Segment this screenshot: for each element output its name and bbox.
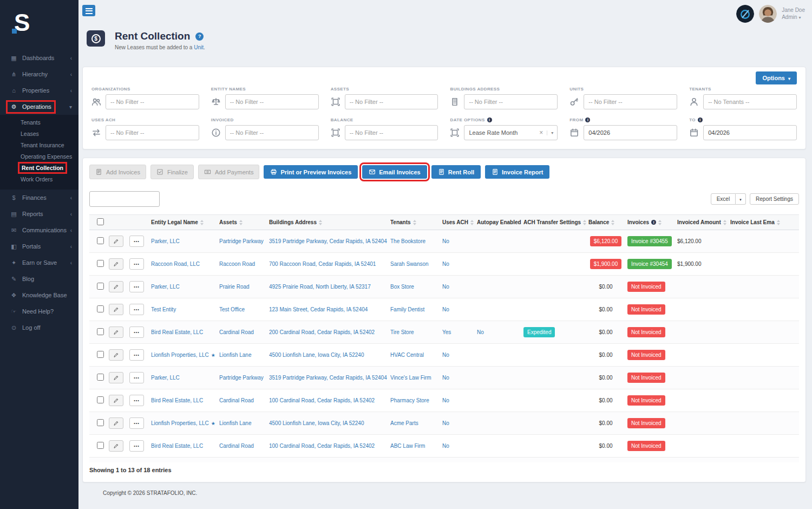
sidebar-item-operating-expenses[interactable]: Operating Expenses [0, 151, 78, 162]
invoice-report-button[interactable]: Invoice Report [485, 165, 549, 179]
tenant-link[interactable]: Vince's Law Firm [390, 375, 431, 381]
address-link[interactable]: 4500 Lionfish Lane, Iowa City, IA 52240 [269, 352, 364, 358]
date-options-select[interactable]: Lease Rate Month×▾ [464, 125, 558, 140]
help-icon[interactable] [195, 32, 204, 41]
report-settings-button[interactable]: Report Settings [750, 193, 799, 205]
asset-link[interactable]: Test Office [219, 306, 245, 312]
asset-link[interactable]: Partridge Parkway [219, 375, 264, 381]
sidebar-item-knowledge-base[interactable]: ❖Knowledge Base [0, 287, 78, 303]
tenant-link[interactable]: ABC Law Firm [390, 443, 425, 449]
address-link[interactable]: 100 Cardinal Road, Cedar Rapids, IA 5240… [269, 443, 375, 449]
sidebar-item-communications[interactable]: ✉Communications‹ [0, 222, 78, 238]
edit-row-button[interactable] [109, 395, 123, 406]
row-checkbox[interactable] [97, 419, 104, 426]
tenant-link[interactable]: Sarah Swanson [390, 261, 429, 267]
edit-row-button[interactable] [109, 236, 123, 247]
row-checkbox[interactable] [97, 442, 104, 449]
row-checkbox[interactable] [97, 328, 104, 335]
edit-row-button[interactable] [109, 349, 123, 361]
column-header-ach-transfer-settings[interactable]: ACH Transfer Settings [523, 215, 588, 230]
row-checkbox[interactable] [97, 351, 104, 358]
row-checkbox[interactable] [97, 374, 104, 381]
column-header-balance[interactable]: Balance [588, 215, 627, 230]
chevron-down-icon[interactable]: ▾ [547, 130, 553, 135]
row-actions-button[interactable]: ••• [129, 417, 144, 429]
column-header-uses-ach[interactable]: Uses ACH [442, 215, 477, 230]
balance-input[interactable] [345, 125, 438, 140]
sidebar-item-reports[interactable]: ▤Reports‹ [0, 206, 78, 222]
row-actions-button[interactable]: ••• [129, 440, 144, 452]
address-link[interactable]: 200 Cardinal Road, Cedar Rapids, IA 5240… [269, 329, 375, 335]
address-link[interactable]: 4500 Lionfish Lane, Iowa City, IA 52240 [269, 420, 364, 426]
organizations-input[interactable] [106, 94, 199, 109]
column-header-autopay-enabled[interactable]: Autopay Enabled [477, 215, 523, 230]
row-checkbox[interactable] [97, 396, 104, 403]
sidebar-item-need-help[interactable]: ☞Need Help? [0, 303, 78, 319]
sidebar-item-dashboards[interactable]: ▦Dashboards‹ [0, 50, 78, 66]
add-payments-button[interactable]: Add Payments [198, 165, 260, 179]
sidebar-item-finances[interactable]: $Finances‹ [0, 190, 78, 206]
entity-link[interactable]: Bird Real Estate, LLC [151, 443, 203, 449]
table-scroll-area[interactable]: Entity Legal NameAssetsBuildings Address… [89, 214, 799, 462]
edit-row-button[interactable] [109, 440, 123, 452]
row-checkbox[interactable] [97, 260, 104, 267]
sidebar-item-tenant-insurance[interactable]: Tenant Insurance [0, 140, 78, 151]
from-input[interactable] [584, 125, 677, 140]
asset-link[interactable]: Cardinal Road [219, 397, 254, 403]
column-header-buildings-address[interactable]: Buildings Address [269, 215, 390, 230]
column-header-assets[interactable]: Assets [219, 215, 269, 230]
tenant-link[interactable]: Tire Store [390, 329, 414, 335]
assets-input[interactable] [345, 94, 438, 109]
sidebar-item-rent-collection[interactable]: Rent Collection [0, 162, 78, 174]
row-actions-button[interactable]: ••• [129, 395, 144, 406]
row-actions-button[interactable]: ••• [129, 258, 144, 270]
units-input[interactable] [584, 94, 677, 109]
email-invoices-button[interactable]: Email Invoices [362, 165, 427, 179]
tenant-link[interactable]: The Bookstore [390, 238, 425, 244]
entity-link[interactable]: Test Entity [151, 306, 176, 312]
address-link[interactable]: 4925 Prairie Road, North Liberty, IA 523… [269, 284, 371, 290]
row-checkbox[interactable] [97, 237, 104, 244]
print-or-preview-invoices-button[interactable]: Print or Preview Invoices [264, 165, 358, 179]
column-header-invoice-last-ema[interactable]: Invoice Last Ema [730, 215, 799, 230]
add-invoices-button[interactable]: Add Invoices [89, 165, 146, 179]
buildings-address-input[interactable] [464, 94, 558, 109]
excel-dropdown-button[interactable] [736, 193, 746, 205]
address-link[interactable]: 123 Main Street, Cedar Rapids, IA 52404 [269, 306, 368, 312]
entity-link[interactable]: Bird Real Estate, LLC [151, 397, 203, 403]
entity-link[interactable]: Parker, LLC [151, 375, 180, 381]
edit-row-button[interactable] [109, 327, 123, 338]
address-link[interactable]: 700 Raccoon Road, Cedar Rapids, IA 52401 [269, 261, 376, 267]
sidebar-item-properties[interactable]: ⌂Properties‹ [0, 82, 78, 99]
sidebar-item-operations[interactable]: ⚙Operations▾ [0, 99, 78, 115]
uses-ach-input[interactable] [106, 125, 199, 140]
edit-row-button[interactable] [109, 417, 123, 429]
invoice-badge[interactable]: Invoice #30454 [627, 259, 672, 269]
sidebar-item-earn-or-save[interactable]: ✦Earn or Save‹ [0, 255, 78, 271]
column-header-entity-legal-name[interactable]: Entity Legal Name [151, 215, 219, 230]
sidebar-item-work-orders[interactable]: Work Orders [0, 174, 78, 185]
asset-link[interactable]: Raccoon Road [219, 261, 255, 267]
sidebar-item-hierarchy[interactable]: ⋔Hierarchy‹ [0, 66, 78, 82]
address-link[interactable]: 3519 Partridge Parkway, Cedar Rapids, IA… [269, 375, 387, 381]
invoiced-input[interactable] [225, 125, 319, 140]
column-header-invoiced-amount[interactable]: Invoiced Amount [677, 215, 730, 230]
tenant-link[interactable]: HVAC Central [390, 352, 424, 358]
stratafolio-logo[interactable]: S [0, 0, 78, 42]
options-button[interactable]: Options [756, 71, 797, 84]
entity-link[interactable]: Raccoon Road, LLC [151, 261, 200, 267]
entity-link[interactable]: Lionfish Properties, LLC [151, 420, 209, 426]
quickbooks-sync-icon[interactable] [736, 5, 754, 23]
row-checkbox[interactable] [97, 305, 104, 312]
table-search-input[interactable] [89, 191, 160, 207]
tenant-link[interactable]: Box Store [390, 284, 414, 290]
unit-link[interactable]: Unit [194, 44, 204, 50]
user-menu[interactable]: Jane Doe Admin [782, 6, 805, 21]
address-link[interactable]: 100 Cardinal Road, Cedar Rapids, IA 5240… [269, 397, 375, 403]
rent-roll-button[interactable]: Rent Roll [431, 165, 481, 179]
invoice-badge[interactable]: Invoice #30455 [627, 236, 672, 246]
edit-row-button[interactable] [109, 304, 123, 315]
finalize-button[interactable]: Finalize [150, 165, 194, 179]
asset-link[interactable]: Lionfish Lane [219, 420, 252, 426]
to-input[interactable] [703, 125, 797, 140]
